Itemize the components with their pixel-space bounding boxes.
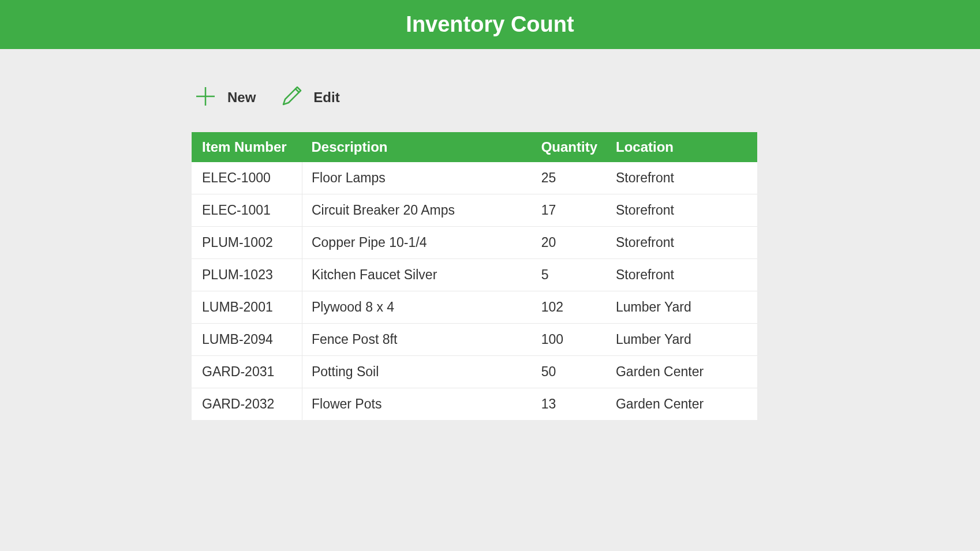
cell-quantity: 17	[532, 194, 607, 227]
cell-item-number: PLUM-1023	[192, 259, 302, 291]
table-row[interactable]: GARD-2032Flower Pots13Garden Center	[192, 388, 757, 421]
cell-location: Garden Center	[607, 356, 757, 388]
cell-description: Kitchen Faucet Silver	[302, 259, 532, 291]
cell-quantity: 102	[532, 291, 607, 324]
table-header: Item Number Description Quantity Locatio…	[192, 132, 757, 162]
content-area: New Edit Item Number Description Quan	[192, 49, 980, 420]
cell-quantity: 25	[532, 162, 607, 194]
cell-location: Storefront	[607, 227, 757, 259]
table-row[interactable]: LUMB-2094Fence Post 8ft100Lumber Yard	[192, 324, 757, 356]
cell-item-number: GARD-2032	[192, 388, 302, 421]
cell-location: Storefront	[607, 162, 757, 194]
cell-quantity: 5	[532, 259, 607, 291]
table-row[interactable]: GARD-2031Potting Soil50Garden Center	[192, 356, 757, 388]
cell-item-number: ELEC-1001	[192, 194, 302, 227]
table-row[interactable]: PLUM-1002Copper Pipe 10-1/420Storefront	[192, 227, 757, 259]
cell-item-number: LUMB-2001	[192, 291, 302, 324]
new-button-label: New	[227, 89, 256, 106]
toolbar: New Edit	[192, 85, 757, 110]
cell-quantity: 50	[532, 356, 607, 388]
cell-description: Floor Lamps	[302, 162, 532, 194]
cell-location: Lumber Yard	[607, 324, 757, 356]
header-location[interactable]: Location	[607, 132, 757, 162]
app-header: Inventory Count	[0, 0, 980, 49]
table-row[interactable]: ELEC-1001Circuit Breaker 20 Amps17Storef…	[192, 194, 757, 227]
cell-description: Plywood 8 x 4	[302, 291, 532, 324]
cell-location: Storefront	[607, 194, 757, 227]
page-title: Inventory Count	[406, 12, 574, 37]
cell-description: Potting Soil	[302, 356, 532, 388]
table-row[interactable]: ELEC-1000Floor Lamps25Storefront	[192, 162, 757, 194]
plus-icon	[194, 85, 217, 110]
cell-item-number: GARD-2031	[192, 356, 302, 388]
new-button[interactable]: New	[194, 85, 256, 110]
header-item-number[interactable]: Item Number	[192, 132, 302, 162]
cell-description: Flower Pots	[302, 388, 532, 421]
edit-button[interactable]: Edit	[280, 85, 339, 110]
header-description[interactable]: Description	[302, 132, 532, 162]
svg-line-2	[296, 89, 299, 92]
cell-location: Lumber Yard	[607, 291, 757, 324]
cell-location: Storefront	[607, 259, 757, 291]
inventory-table: Item Number Description Quantity Locatio…	[192, 132, 757, 420]
cell-item-number: PLUM-1002	[192, 227, 302, 259]
cell-item-number: LUMB-2094	[192, 324, 302, 356]
header-quantity[interactable]: Quantity	[532, 132, 607, 162]
cell-item-number: ELEC-1000	[192, 162, 302, 194]
table-row[interactable]: PLUM-1023Kitchen Faucet Silver5Storefron…	[192, 259, 757, 291]
edit-button-label: Edit	[313, 89, 339, 106]
table-row[interactable]: LUMB-2001Plywood 8 x 4102Lumber Yard	[192, 291, 757, 324]
cell-location: Garden Center	[607, 388, 757, 421]
cell-description: Circuit Breaker 20 Amps	[302, 194, 532, 227]
cell-description: Fence Post 8ft	[302, 324, 532, 356]
table-body: ELEC-1000Floor Lamps25StorefrontELEC-100…	[192, 162, 757, 420]
cell-quantity: 13	[532, 388, 607, 421]
cell-quantity: 20	[532, 227, 607, 259]
cell-description: Copper Pipe 10-1/4	[302, 227, 532, 259]
main-container: New Edit Item Number Description Quan	[192, 85, 757, 420]
pencil-icon	[280, 85, 303, 110]
cell-quantity: 100	[532, 324, 607, 356]
